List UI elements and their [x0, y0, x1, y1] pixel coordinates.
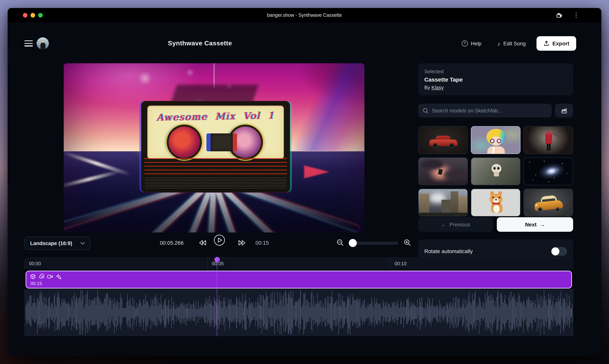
- total-duration: 00:15: [252, 240, 272, 246]
- help-button[interactable]: ? Help: [456, 36, 487, 51]
- help-icon: ?: [462, 40, 468, 47]
- selected-model-card: Selected Cassette Tape By Klasy: [418, 63, 573, 95]
- model-grid: [418, 126, 573, 217]
- search-icon: [423, 108, 429, 113]
- avatar[interactable]: [37, 37, 49, 50]
- current-time: 00:05.266: [156, 240, 187, 246]
- aspect-ratio-dropdown[interactable]: Landscape (16:9): [24, 237, 90, 250]
- model-thumbnail-city-street[interactable]: [418, 189, 468, 217]
- model-search: [418, 104, 552, 117]
- zoom-out-button[interactable]: [337, 239, 344, 246]
- audio-waveform[interactable]: [24, 289, 573, 336]
- selected-model-name: Cassette Tape: [424, 76, 567, 83]
- rotate-automatically-label: Rotate automatically: [424, 248, 473, 254]
- page-title: Synthwave Cassette: [168, 40, 232, 47]
- browser-menu-icon[interactable]: ⋮: [573, 11, 579, 19]
- model-thumbnail-red-cloaked-figure[interactable]: [524, 126, 573, 154]
- desktop-wallpaper: banger.show - Synthwave Cassette ⋮ Synth…: [0, 0, 609, 364]
- fast-forward-button[interactable]: [238, 240, 246, 246]
- arrow-left-icon: ←: [441, 221, 446, 228]
- edit-song-button[interactable]: ♪ Edit Song: [492, 36, 531, 51]
- rotate-setting-card: Rotate automatically: [418, 239, 573, 258]
- next-button[interactable]: Next →: [497, 217, 573, 232]
- video-camera-icon: [47, 274, 53, 279]
- rotate-automatically-toggle[interactable]: [551, 247, 567, 256]
- model-thumbnail-storm-clouds[interactable]: [418, 157, 468, 185]
- clapperboard-icon: [561, 107, 567, 114]
- search-input[interactable]: [432, 108, 547, 113]
- play-button[interactable]: [214, 234, 225, 246]
- ruler-tick-0: 00:00: [29, 261, 41, 266]
- model-thumbnail-skull[interactable]: [471, 157, 520, 185]
- cube-icon: [30, 274, 36, 279]
- browser-window: banger.show - Synthwave Cassette ⋮ Synth…: [8, 8, 601, 356]
- header-actions: ? Help ♪ Edit Song Export: [456, 36, 576, 51]
- selected-author: By Klasy: [424, 85, 567, 90]
- spiral-icon: [39, 274, 44, 279]
- model-thumbnail-shiba-dog[interactable]: [471, 189, 520, 217]
- export-button[interactable]: Export: [536, 36, 576, 51]
- window-title: banger.show - Synthwave Cassette: [8, 8, 601, 23]
- chevron-down-icon: [81, 242, 85, 245]
- music-note-icon: ♪: [497, 40, 500, 47]
- menu-hamburger-icon[interactable]: [24, 40, 33, 47]
- arrow-right-icon: →: [540, 221, 545, 228]
- clip-icons: [30, 274, 61, 279]
- export-icon: [543, 40, 549, 47]
- previous-button[interactable]: ← Previous: [418, 217, 493, 232]
- clip-duration: 00:15: [30, 281, 42, 286]
- timeline-zoom-slider[interactable]: [349, 242, 398, 245]
- random-model-button[interactable]: [555, 104, 573, 117]
- playhead[interactable]: [214, 257, 220, 336]
- timeline-zoom-knob[interactable]: [349, 239, 357, 247]
- extensions-icon[interactable]: [555, 12, 562, 19]
- rewind-button[interactable]: [198, 240, 207, 246]
- timeline-clip[interactable]: 00:15: [26, 271, 572, 288]
- video-preview[interactable]: Awesome Mix Vol 1: [64, 63, 364, 233]
- zoom-in-button[interactable]: [404, 239, 411, 246]
- model-thumbnail-orange-toy-car[interactable]: [524, 189, 573, 217]
- model-thumbnail-red-sports-car[interactable]: [418, 126, 468, 154]
- sparkles-icon: [56, 274, 61, 279]
- timeline-ruler[interactable]: 00:00 00:05 00:10: [24, 258, 573, 270]
- model-thumbnail-anime-girl[interactable]: [471, 126, 520, 154]
- selected-label: Selected: [424, 69, 567, 74]
- titlebar: banger.show - Synthwave Cassette ⋮: [8, 8, 601, 23]
- model-thumbnail-spiral-galaxy[interactable]: [524, 157, 573, 185]
- ruler-tick-2: 00:10: [395, 261, 407, 266]
- author-link[interactable]: Klasy: [431, 85, 444, 90]
